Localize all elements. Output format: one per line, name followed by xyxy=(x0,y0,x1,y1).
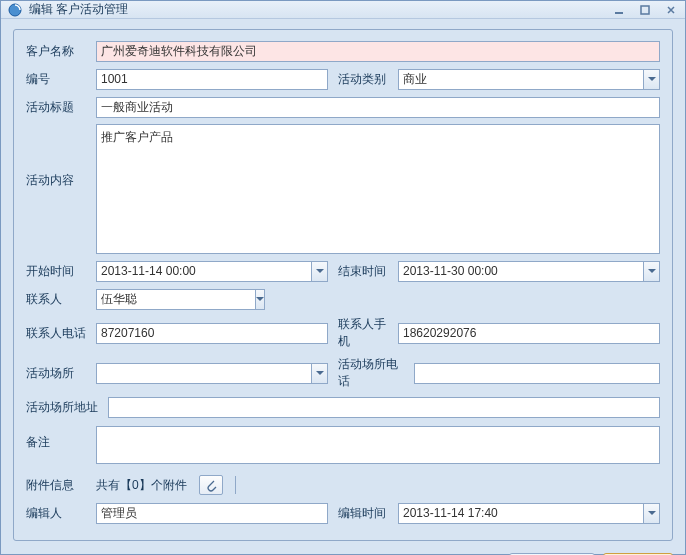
chevron-down-icon[interactable] xyxy=(255,289,265,310)
activity-type-dropdown[interactable] xyxy=(398,69,660,90)
label-contact-mobile: 联系人手机 xyxy=(328,316,398,350)
activity-type-input[interactable] xyxy=(398,69,643,90)
label-venue-address: 活动场所地址 xyxy=(26,399,108,416)
close-button[interactable] xyxy=(663,2,679,18)
label-number: 编号 xyxy=(26,71,96,88)
end-time-input[interactable] xyxy=(398,261,643,282)
contact-mobile-input[interactable] xyxy=(398,323,660,344)
label-venue: 活动场所 xyxy=(26,365,96,382)
svg-point-0 xyxy=(9,4,21,16)
label-customer-name: 客户名称 xyxy=(26,43,96,60)
edit-time-input[interactable] xyxy=(398,503,643,524)
attachment-button[interactable] xyxy=(199,475,223,495)
label-venue-phone: 活动场所电话 xyxy=(328,356,414,390)
edit-time-dropdown[interactable] xyxy=(398,503,660,524)
chevron-down-icon[interactable] xyxy=(311,363,328,384)
window-title: 编辑 客户活动管理 xyxy=(29,1,611,18)
label-activity-title: 活动标题 xyxy=(26,99,96,116)
content-area: 客户名称 编号 活动类别 活动标题 活动内容 开 xyxy=(1,19,685,547)
titlebar: 编辑 客户活动管理 xyxy=(1,1,685,19)
activity-content-textarea[interactable] xyxy=(96,124,660,254)
label-activity-content: 活动内容 xyxy=(26,124,96,189)
end-time-dropdown[interactable] xyxy=(398,261,660,282)
chevron-down-icon[interactable] xyxy=(643,69,660,90)
remark-textarea[interactable] xyxy=(96,426,660,464)
label-editor: 编辑人 xyxy=(26,505,96,522)
label-start-time: 开始时间 xyxy=(26,263,96,280)
start-time-input[interactable] xyxy=(96,261,311,282)
label-remark: 备注 xyxy=(26,426,96,451)
chevron-down-icon[interactable] xyxy=(311,261,328,282)
svg-rect-2 xyxy=(641,6,649,14)
contact-phone-input[interactable] xyxy=(96,323,328,344)
maximize-button[interactable] xyxy=(637,2,653,18)
venue-input[interactable] xyxy=(96,363,311,384)
footer: 1/1 保存(S) 关闭 xyxy=(1,547,685,555)
contact-input[interactable] xyxy=(96,289,255,310)
label-end-time: 结束时间 xyxy=(328,263,398,280)
start-time-dropdown[interactable] xyxy=(96,261,328,282)
label-activity-type: 活动类别 xyxy=(328,71,398,88)
customer-name-input[interactable] xyxy=(96,41,660,62)
label-attachment-info: 附件信息 xyxy=(26,477,96,494)
editor-input[interactable] xyxy=(96,503,328,524)
label-contact-phone: 联系人电话 xyxy=(26,325,96,342)
window: 编辑 客户活动管理 客户名称 编号 活动类别 活动标题 xyxy=(0,0,686,555)
contact-dropdown[interactable] xyxy=(96,289,211,310)
attachment-count-text: 共有【0】个附件 xyxy=(96,477,187,494)
chevron-down-icon[interactable] xyxy=(643,503,660,524)
venue-phone-input[interactable] xyxy=(414,363,660,384)
label-edit-time: 编辑时间 xyxy=(328,505,398,522)
svg-rect-1 xyxy=(615,12,623,14)
form-panel: 客户名称 编号 活动类别 活动标题 活动内容 开 xyxy=(13,29,673,541)
minimize-button[interactable] xyxy=(611,2,627,18)
venue-address-input[interactable] xyxy=(108,397,660,418)
label-contact: 联系人 xyxy=(26,291,96,308)
app-icon xyxy=(7,2,23,18)
venue-dropdown[interactable] xyxy=(96,363,328,384)
paperclip-icon xyxy=(205,478,217,492)
chevron-down-icon[interactable] xyxy=(643,261,660,282)
activity-title-input[interactable] xyxy=(96,97,660,118)
number-input[interactable] xyxy=(96,69,328,90)
separator xyxy=(235,476,236,494)
